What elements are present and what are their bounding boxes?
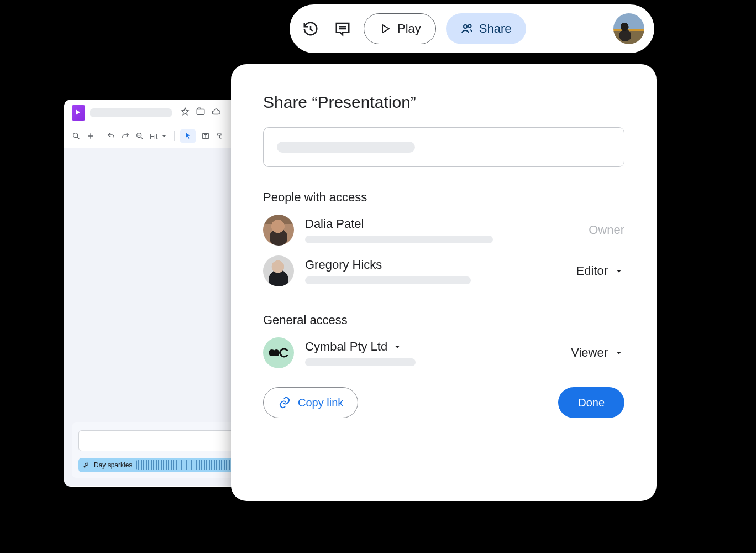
org-scope-dropdown[interactable]: Cymbal Pty Ltd (305, 340, 416, 354)
people-icon (460, 22, 474, 35)
share-dialog: Share “Presentation” People with access … (231, 64, 657, 501)
chevron-down-icon (613, 265, 624, 276)
comment-icon[interactable] (332, 18, 354, 40)
general-access-row: Cymbal Pty Ltd Viewer (263, 337, 624, 368)
zoom-label: Fit (150, 132, 158, 140)
svg-point-5 (468, 25, 471, 28)
audio-clip[interactable]: Day sparkles (78, 458, 244, 472)
share-label: Share (479, 22, 512, 36)
input-placeholder (277, 142, 415, 153)
music-note-icon (83, 462, 90, 468)
audio-waveform (136, 460, 240, 470)
org-name: Cymbal Pty Ltd (305, 340, 387, 354)
svg-point-7 (273, 349, 280, 356)
undo-icon[interactable] (107, 132, 116, 140)
people-with-access-heading: People with access (263, 190, 624, 205)
person-row: Dalia Patel Owner (263, 215, 624, 246)
person-name: Dalia Patel (305, 217, 493, 231)
play-button[interactable]: Play (364, 13, 436, 44)
audio-clip-label: Day sparkles (94, 461, 132, 469)
zoom-dropdown[interactable]: Fit (150, 132, 169, 140)
top-toolbar: Play Share (290, 4, 654, 53)
chevron-down-icon (613, 347, 624, 358)
star-icon[interactable] (180, 107, 190, 119)
app-icon (72, 105, 85, 121)
svg-rect-0 (197, 109, 204, 115)
textbox-icon[interactable] (201, 132, 210, 140)
role-owner-label: Owner (589, 223, 624, 237)
general-role-dropdown[interactable]: Viewer (571, 346, 624, 360)
link-icon (278, 396, 291, 409)
add-icon[interactable] (86, 132, 95, 140)
redo-icon[interactable] (121, 132, 130, 140)
role-dropdown[interactable]: Editor (576, 264, 624, 278)
person-email-placeholder (305, 276, 471, 284)
role-label: Editor (576, 264, 608, 278)
org-logo-icon (269, 347, 288, 358)
done-label: Done (578, 397, 605, 409)
paint-icon[interactable] (216, 132, 224, 140)
copy-link-label: Copy link (298, 397, 343, 409)
general-access-heading: General access (263, 313, 624, 327)
person-email-placeholder (305, 236, 493, 243)
person-avatar (263, 215, 294, 246)
history-icon[interactable] (300, 18, 322, 40)
role-label: Viewer (571, 346, 608, 360)
org-avatar (263, 337, 294, 368)
cursor-tool-icon[interactable] (180, 129, 196, 143)
add-people-input[interactable] (263, 127, 624, 167)
svg-point-1 (74, 133, 78, 138)
svg-rect-9 (285, 351, 288, 355)
toolbar-separator (101, 131, 101, 141)
move-icon[interactable] (196, 107, 206, 119)
share-dialog-title: Share “Presentation” (263, 93, 624, 112)
play-label: Play (397, 22, 421, 36)
play-icon (379, 22, 392, 35)
chevron-down-icon (392, 341, 403, 352)
copy-link-button[interactable]: Copy link (263, 387, 358, 418)
search-icon[interactable] (72, 132, 81, 140)
zoom-icon[interactable] (135, 132, 144, 140)
person-avatar (263, 255, 294, 286)
done-button[interactable]: Done (558, 387, 624, 418)
org-description-placeholder (305, 358, 416, 366)
dialog-footer: Copy link Done (263, 387, 624, 418)
share-button[interactable]: Share (446, 13, 526, 44)
cloud-icon[interactable] (211, 107, 221, 119)
person-row: Gregory Hicks Editor (263, 255, 624, 286)
svg-point-4 (464, 25, 467, 28)
user-avatar[interactable] (613, 13, 644, 44)
doc-title-placeholder[interactable] (90, 108, 172, 117)
toolbar-separator (174, 131, 175, 141)
person-name: Gregory Hicks (305, 258, 471, 272)
